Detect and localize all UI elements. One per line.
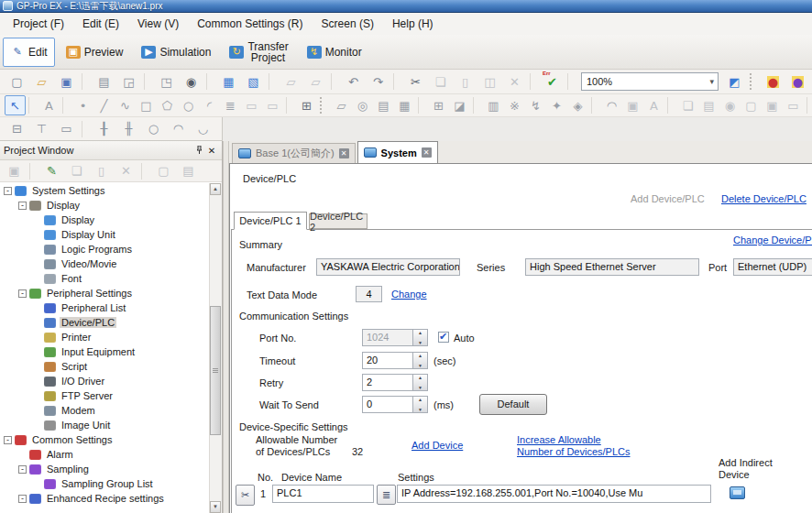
delete-device-plc-link[interactable]: Delete Device/PLC [721, 193, 807, 204]
scale-tool-icon[interactable]: ≣ [220, 95, 241, 115]
save-project-icon[interactable]: ▣ [56, 71, 77, 92]
tab-system[interactable]: System [357, 141, 438, 163]
tree-scrollbar[interactable]: ▲ ▼ [209, 183, 222, 513]
tree-expand-toggle[interactable]: - [18, 202, 27, 210]
date-display-part-icon[interactable]: ▦ [394, 95, 415, 115]
change-device-plc-link[interactable]: Change Device/PLC [733, 235, 812, 246]
meter-up-icon[interactable]: ◠ [168, 119, 189, 139]
keypad-down-icon[interactable]: ▼ [217, 119, 223, 139]
print-preview-icon[interactable]: ◲ [118, 71, 139, 92]
line-tool-icon[interactable]: ╱ [93, 95, 115, 115]
new-screen-icon[interactable]: ▦ [218, 71, 239, 92]
fit-screen-icon[interactable]: ◩ [724, 71, 745, 92]
edit-mode-button[interactable]: ✎Edit [3, 38, 55, 67]
increase-allowable-link-1[interactable]: Increase Allowable [517, 434, 601, 445]
screen-capture-icon[interactable]: ◉ [181, 71, 202, 92]
keypad-part-icon[interactable]: ◠ [601, 95, 622, 115]
panel-splitter[interactable] [223, 141, 229, 513]
tab-close-icon[interactable] [339, 148, 349, 158]
wait-to-send-spinner[interactable] [413, 396, 428, 413]
pw-edit-icon[interactable]: ✎ [41, 161, 62, 181]
switch-part-icon[interactable]: ▱ [331, 95, 352, 115]
select-tool-icon[interactable]: ↖ [5, 95, 26, 115]
sampling-toolbar-icon[interactable]: ● [787, 71, 808, 92]
text-tool-icon[interactable]: A [38, 95, 60, 115]
meter-graph-part-icon[interactable]: ✦ [546, 95, 567, 115]
tree-item-system-settings[interactable]: -System Settings [0, 183, 210, 198]
error-check-icon[interactable]: ✔Err [542, 71, 563, 92]
tree-item-font[interactable]: Font [0, 271, 210, 286]
tree-item-video-movie[interactable]: Video/Movie [0, 256, 210, 271]
delete-device-row-button[interactable]: ✂ [236, 485, 255, 506]
scrollbar-thumb[interactable] [210, 306, 221, 435]
auto-checkbox[interactable] [438, 332, 449, 343]
close-panel-icon[interactable]: ✕ [205, 145, 218, 157]
menu-item-help-h[interactable]: Help (H) [383, 14, 443, 34]
new-project-icon[interactable]: ▢ [6, 71, 27, 92]
change-text-data-mode-link[interactable]: Change [391, 289, 427, 300]
polygon-tool-icon[interactable]: ⬠ [157, 95, 178, 115]
cut-icon[interactable]: ✂ [405, 71, 426, 92]
tree-item-ftp-server[interactable]: FTP Server [0, 388, 210, 403]
table-tool-icon[interactable]: ⊞ [296, 95, 317, 115]
grid-part-icon[interactable]: ⊞ [428, 95, 449, 115]
transfer-project-button[interactable]: ↻Transfer Project [222, 38, 295, 67]
ellipse-tool-icon[interactable]: ○ [178, 95, 199, 115]
diamond-part-icon[interactable]: ◈ [567, 95, 588, 115]
convert-address-icon[interactable]: ⊤ [31, 119, 52, 139]
data-display-part-icon[interactable]: ▤ [373, 95, 394, 115]
tree-item-printer[interactable]: Printer [0, 330, 210, 344]
retry-spinner[interactable] [413, 374, 428, 391]
contact-no-icon[interactable]: ╂ [93, 119, 115, 139]
print-icon[interactable]: ▤ [93, 71, 115, 92]
parts-list-icon[interactable]: ⊟ [6, 119, 27, 139]
tree-item-sampling-group-list[interactable]: Sampling Group List [0, 476, 210, 491]
tree-expand-toggle[interactable]: - [18, 465, 27, 474]
tree-item-display[interactable]: Display [0, 213, 210, 227]
tree-item-modem[interactable]: Modem [0, 403, 210, 418]
device-name-input[interactable]: PLC1 [272, 485, 374, 503]
tab-close-icon[interactable] [422, 147, 432, 158]
tab-base-1[interactable]: Base 1(公司簡介) [232, 143, 356, 163]
menu-item-common-settings-r[interactable]: Common Settings (R) [188, 14, 312, 34]
tree-item-peripheral-list[interactable]: Peripheral List [0, 300, 210, 315]
tree-item-enhanced-recipe-settings[interactable]: -Enhanced Recipe settings [0, 491, 210, 506]
wait-to-send-field[interactable]: 0 [362, 396, 413, 413]
gl-settings-icon[interactable]: ▭ [56, 119, 77, 139]
open-screen-icon[interactable]: ▧ [243, 71, 264, 92]
add-indirect-device-button[interactable] [730, 486, 745, 499]
tree-expand-toggle[interactable]: - [4, 187, 12, 195]
tree-expand-toggle[interactable]: - [4, 436, 12, 444]
tree-item-display-unit[interactable]: Display Unit [0, 227, 210, 242]
menu-item-screen-s[interactable]: Screen (S) [313, 14, 383, 34]
eraser-part-icon[interactable]: ◪ [449, 95, 470, 115]
tree-item-image-unit[interactable]: Image Unit [0, 418, 210, 432]
tree-expand-toggle[interactable]: - [18, 289, 27, 298]
tree-item-device-plc[interactable]: Device/PLC [0, 315, 210, 330]
coil-icon[interactable]: ○ [143, 119, 164, 139]
monitor-button[interactable]: ↯Monitor [300, 38, 369, 67]
tree-item-logic-programs[interactable]: Logic Programs [0, 242, 210, 256]
simulation-button[interactable]: ▶Simulation [134, 38, 218, 67]
arc-tool-icon[interactable]: ◜ [199, 95, 220, 115]
rectangle-tool-icon[interactable]: □ [136, 95, 157, 115]
menu-item-view-v[interactable]: View (V) [128, 14, 188, 34]
menu-item-project-f[interactable]: Project (F) [4, 14, 73, 34]
dot-tool-icon[interactable]: • [72, 95, 93, 115]
menu-item-edit-e[interactable]: Edit (E) [73, 14, 128, 34]
tree-item-peripheral-settings[interactable]: -Peripheral Settings [0, 286, 210, 300]
tree-item-script[interactable]: Script [0, 359, 210, 374]
scatter-graph-part-icon[interactable]: ※ [504, 95, 525, 115]
package-icon[interactable]: ◳ [156, 71, 177, 92]
tree-item-input-equipment[interactable]: Input Equipment [0, 344, 210, 359]
zoom-combobox[interactable]: 100% [581, 72, 719, 91]
default-button[interactable]: Default [479, 394, 547, 415]
tree-item-common-settings[interactable]: -Common Settings [0, 432, 210, 447]
tree-expand-toggle[interactable]: - [18, 495, 27, 503]
subtab-device-plc-2[interactable]: Device/PLC 2 [309, 213, 368, 229]
lamp-part-icon[interactable]: ◎ [352, 95, 373, 115]
contact-nc-icon[interactable]: ╫ [118, 119, 139, 139]
tree-item-i-o-driver[interactable]: I/O Driver [0, 374, 210, 388]
add-device-link[interactable]: Add Device [411, 440, 463, 451]
scroll-down-icon[interactable]: ▼ [210, 501, 221, 513]
